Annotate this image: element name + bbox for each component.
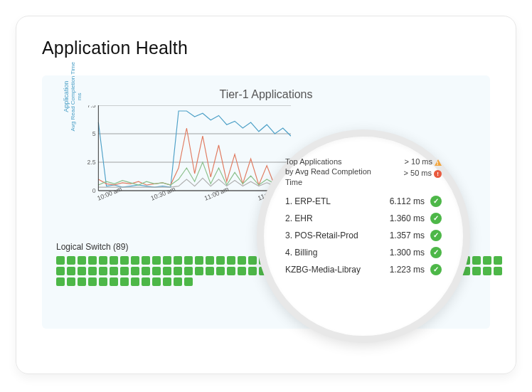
switch-cell [184, 256, 193, 265]
switch-cell [88, 267, 97, 275]
switch-cell [131, 267, 139, 275]
app-row: KZBG-Media-Libray1.223 ms✓ [285, 261, 442, 278]
popover-header-l1: Top Applications [285, 157, 371, 166]
switch-cell [110, 256, 118, 265]
switch-cell [248, 256, 257, 265]
switch-cell [67, 267, 75, 275]
switch-cell [238, 267, 246, 275]
y-axis-label: Application Avg Read Completion Time ms [63, 62, 83, 131]
switch-cell [472, 256, 481, 265]
svg-text:10:30 am: 10:30 am [150, 185, 176, 201]
switch-cell [110, 277, 118, 286]
switch-cell [174, 277, 182, 286]
switch-cell [99, 256, 107, 265]
app-value: 1.300 ms [381, 248, 425, 258]
switch-cell [206, 256, 214, 265]
threshold-row: > 10 ms [404, 157, 442, 166]
app-name: 4. Billing [285, 248, 381, 258]
switch-cell [494, 277, 502, 286]
status-ok-icon: ✓ [430, 247, 442, 258]
switch-cell [67, 277, 75, 286]
switch-cell [227, 267, 235, 275]
svg-text:0: 0 [92, 187, 96, 194]
switch-cell [78, 256, 86, 265]
switch-cell [67, 256, 75, 265]
switch-cell [56, 256, 65, 265]
app-name: 3. POS-Retail-Prod [285, 231, 381, 240]
dashboard-card: Application Health Tier-1 Applications A… [16, 16, 516, 374]
switch-cell [174, 256, 182, 265]
switch-cell [163, 277, 171, 286]
switch-cell [483, 256, 491, 265]
app-value: 1.223 ms [381, 265, 425, 275]
svg-text:7.5: 7.5 [87, 105, 95, 109]
svg-text:11:00 am: 11:00 am [203, 185, 230, 201]
line-chart: 02.557.5 10:00 am10:30 am11:00 am11:30 a… [85, 105, 291, 205]
error-circle-icon: ! [434, 170, 442, 178]
switch-cell [88, 256, 97, 265]
switch-cell [248, 277, 257, 286]
switch-cell [494, 267, 502, 275]
status-ok-icon: ✓ [430, 230, 442, 241]
status-ok-icon: ✓ [430, 264, 442, 275]
top-apps-table: 1. ERP-ETL6.112 ms✓2. EHR1.360 ms✓3. POS… [285, 193, 442, 278]
threshold-row: > 50 ms! [404, 168, 442, 178]
app-row: 3. POS-Retail-Prod1.357 ms✓ [285, 227, 442, 244]
switch-cell [206, 267, 214, 275]
app-row: 1. ERP-ETL6.112 ms✓ [285, 193, 442, 210]
switch-cell [110, 267, 118, 275]
switch-cell [174, 267, 182, 275]
svg-text:2.5: 2.5 [87, 159, 95, 166]
switch-cell [184, 277, 193, 286]
app-name: 1. ERP-ETL [285, 196, 381, 206]
threshold-label: > 50 ms [404, 169, 432, 177]
switch-cell [120, 256, 129, 265]
switch-cell [56, 277, 65, 286]
switch-cell [227, 277, 235, 286]
threshold-legend: > 10 ms> 50 ms! [404, 157, 442, 187]
app-row: 2. EHR1.360 ms✓ [285, 210, 442, 227]
status-ok-icon: ✓ [430, 196, 442, 207]
chart-title: Tier-1 Applications [56, 88, 476, 101]
switch-cell [483, 277, 491, 286]
card-title: Application Health [42, 38, 490, 58]
switch-cell [472, 277, 481, 286]
switch-cell [152, 256, 161, 265]
app-value: 6.112 ms [381, 196, 425, 206]
switch-cell [472, 267, 481, 275]
switch-cell [163, 267, 171, 275]
popover-header: Top Applications by Avg Read Completion … [285, 157, 442, 187]
switch-cell [152, 267, 161, 275]
popover-header-l2: by Avg Read Completion [285, 166, 371, 176]
threshold-label: > 10 ms [405, 157, 432, 166]
switch-cell [227, 256, 235, 265]
switch-cell [216, 267, 225, 275]
switch-cell [120, 267, 129, 275]
switch-cell [238, 277, 246, 286]
popover-header-l3: Time [285, 177, 371, 187]
app-value: 1.360 ms [381, 213, 425, 223]
switch-cell [184, 267, 193, 275]
switch-cell [195, 256, 203, 265]
application-health-panel: Tier-1 Applications Application Avg Read… [42, 75, 490, 329]
app-value: 1.357 ms [381, 231, 425, 240]
switch-cell [152, 277, 161, 286]
switch-cell [142, 277, 150, 286]
switch-cell [99, 267, 107, 275]
switch-cell [195, 277, 203, 286]
switch-cell [163, 256, 171, 265]
app-row: 4. Billing1.300 ms✓ [285, 244, 442, 261]
switch-cell [248, 267, 257, 275]
svg-text:10:00 am: 10:00 am [96, 185, 122, 201]
switch-cell [56, 267, 65, 275]
switch-cell [238, 256, 246, 265]
status-ok-icon: ✓ [430, 213, 442, 224]
app-name: KZBG-Media-Libray [285, 265, 381, 275]
warning-triangle-icon [435, 159, 442, 166]
switch-cell [99, 277, 107, 286]
switch-cell [142, 256, 150, 265]
switch-cell [120, 277, 129, 286]
switch-cell [216, 256, 225, 265]
switch-cell [216, 277, 225, 286]
switch-cell [494, 256, 502, 265]
